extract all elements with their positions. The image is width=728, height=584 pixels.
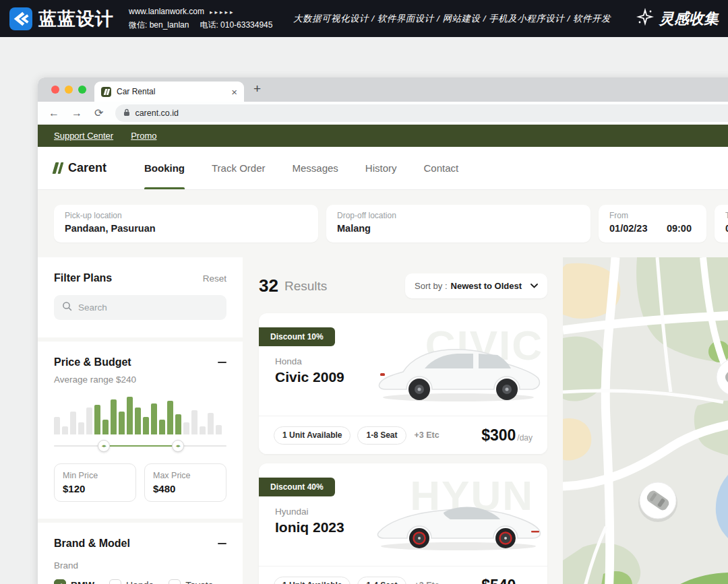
- histogram-bar: [200, 426, 206, 434]
- tab-close-icon[interactable]: ×: [231, 87, 237, 97]
- histogram-bar: [183, 422, 189, 434]
- to-date: 01/03/23: [725, 223, 728, 234]
- tab-title: Car Rental: [117, 87, 226, 96]
- maximize-window-button[interactable]: [78, 86, 86, 94]
- nav-item-track-order[interactable]: Track Order: [212, 147, 265, 189]
- results-column: 32 Results Sort by : Newest to Oldest CI…: [259, 257, 547, 584]
- lanlan-logo-icon: [9, 7, 32, 30]
- units-badge: 1 Unit Available: [274, 426, 351, 445]
- filter-search-input[interactable]: [78, 302, 218, 313]
- map-image: [563, 257, 728, 584]
- url-field[interactable]: carent.co.id: [115, 104, 728, 122]
- discount-badge: Discount 40%: [259, 478, 335, 496]
- car-card-ioniq[interactable]: HYUN Discount 40% Hyundai Ioniq 2023 1 U…: [259, 463, 547, 584]
- price-slider-handle-min[interactable]: ◂▸: [98, 440, 110, 452]
- max-price-value: $480: [153, 483, 218, 494]
- checkbox-icon[interactable]: ✓: [169, 579, 181, 584]
- from-datetime-field[interactable]: From 01/02/23 09:00: [599, 205, 706, 242]
- pickup-location-field[interactable]: Pick-up location Pandaan, Pasuruan: [54, 205, 318, 242]
- banner-arrows-icon: ▸▸▸▸▸: [210, 9, 235, 15]
- lock-icon: [123, 107, 130, 119]
- forward-icon[interactable]: →: [71, 108, 82, 119]
- nav-item-history[interactable]: History: [365, 147, 397, 189]
- checkbox-icon[interactable]: ✓: [109, 579, 121, 584]
- nav-item-messages[interactable]: Messages: [292, 147, 338, 189]
- histogram-bar: [127, 397, 133, 434]
- histogram-bar: [167, 401, 173, 434]
- brand-checkbox-honda[interactable]: ✓ Honda: [109, 579, 154, 584]
- dropoff-location-field[interactable]: Drop-off location Malang: [326, 205, 590, 242]
- map-panel[interactable]: [563, 257, 728, 584]
- brand-checkbox-bmw[interactable]: ✓ BMW: [54, 579, 94, 584]
- browser-window: Car Rental × + ← → ⟳ carent.co.id Suppor…: [38, 77, 728, 584]
- back-icon[interactable]: ←: [49, 108, 59, 119]
- histogram-bar: [216, 425, 222, 434]
- banner-contact-block: www.lanlanwork.com▸▸▸▸▸ 微信: ben_lanlan电话…: [129, 5, 272, 31]
- histogram-bar: [78, 422, 84, 434]
- histogram-bar: [62, 426, 68, 434]
- support-center-link[interactable]: Support Center: [54, 131, 113, 141]
- promo-banner: 蓝蓝设计 www.lanlanwork.com▸▸▸▸▸ 微信: ben_lan…: [0, 0, 728, 37]
- car-card-civic[interactable]: CIVIC Discount 10% Honda Civic 2009 1 Un…: [259, 313, 547, 454]
- sort-dropdown[interactable]: Sort by : Newest to Oldest: [405, 273, 547, 298]
- price-amount: $540: [481, 577, 516, 584]
- sort-prefix: Sort by :: [415, 281, 447, 291]
- nav-item-booking[interactable]: Booking: [144, 147, 185, 189]
- histogram-bar: [135, 408, 141, 434]
- min-price-field[interactable]: Min Price $120: [54, 463, 136, 502]
- car-model: Ioniq 2023: [275, 519, 344, 536]
- from-date: 01/02/23: [609, 223, 647, 234]
- collapse-minus-icon[interactable]: [218, 543, 226, 545]
- seats-badge: 1-8 Seat: [357, 426, 406, 445]
- sort-value: Newest to Oldest: [451, 281, 522, 291]
- browser-tab[interactable]: Car Rental ×: [94, 82, 244, 102]
- banner-collect-text: 灵感收集: [659, 9, 719, 29]
- banner-site-url[interactable]: www.lanlanwork.com: [129, 7, 204, 16]
- banner-wechat: 微信: ben_lanlan: [129, 20, 189, 30]
- pickup-label: Pick-up location: [65, 211, 307, 220]
- dropoff-label: Drop-off location: [337, 211, 580, 220]
- price-budget-title: Price & Budget: [54, 356, 131, 368]
- screenshot-root: 蓝蓝设计 www.lanlanwork.com▸▸▸▸▸ 微信: ben_lan…: [0, 0, 728, 584]
- filter-search-box[interactable]: [54, 295, 226, 320]
- etc-text: +3 Etc: [415, 581, 439, 584]
- promo-link[interactable]: Promo: [131, 131, 156, 141]
- new-tab-button[interactable]: +: [253, 82, 261, 96]
- price-budget-section: Price & Budget Average range $240 ◂▸ ◂▸ …: [38, 342, 243, 519]
- max-price-field[interactable]: Max Price $480: [144, 463, 226, 502]
- carent-brand-text: Carent: [68, 161, 107, 175]
- brand-option-label: Honda: [126, 580, 154, 584]
- dropoff-value: Malang: [337, 223, 580, 234]
- banner-brand-text: 蓝蓝设计: [38, 7, 114, 31]
- checkbox-icon[interactable]: ✓: [54, 579, 66, 584]
- brand-checkbox-toyota[interactable]: ✓ Toyota: [169, 579, 213, 584]
- car-image-ioniq: [372, 481, 546, 552]
- sparkle-icon: [636, 8, 654, 30]
- url-text: carent.co.id: [135, 108, 179, 118]
- car-brand: Hyundai: [275, 507, 309, 517]
- histogram-bar: [54, 417, 60, 434]
- min-price-value: $120: [63, 483, 127, 494]
- brand-model-title: Brand & Model: [54, 538, 130, 550]
- units-badge: 1 Unit Available: [274, 577, 351, 584]
- car-brand: Honda: [275, 356, 302, 366]
- brand-option-label: BMW: [71, 580, 94, 584]
- min-price-label: Min Price: [63, 471, 127, 480]
- refresh-icon[interactable]: ⟳: [94, 108, 103, 119]
- to-label: To: [725, 211, 728, 220]
- carent-logo[interactable]: Carent: [54, 161, 107, 175]
- banner-collect[interactable]: 灵感收集: [636, 8, 719, 30]
- brand-option-label: Toyota: [185, 580, 213, 584]
- nav-item-contact[interactable]: Contact: [424, 147, 459, 189]
- filter-reset-button[interactable]: Reset: [203, 273, 226, 284]
- close-window-button[interactable]: [51, 86, 59, 94]
- histogram-bar: [191, 410, 198, 434]
- collapse-minus-icon[interactable]: [218, 362, 226, 364]
- price-range-slider[interactable]: ◂▸ ◂▸: [54, 440, 226, 452]
- site-topbar: Support Center Promo: [38, 125, 728, 147]
- histogram-bar: [143, 417, 149, 434]
- minimize-window-button[interactable]: [65, 86, 73, 94]
- tab-favicon-icon: [101, 87, 111, 97]
- to-datetime-field[interactable]: To 01/03/23: [715, 205, 728, 242]
- price-slider-handle-max[interactable]: ◂▸: [172, 440, 184, 452]
